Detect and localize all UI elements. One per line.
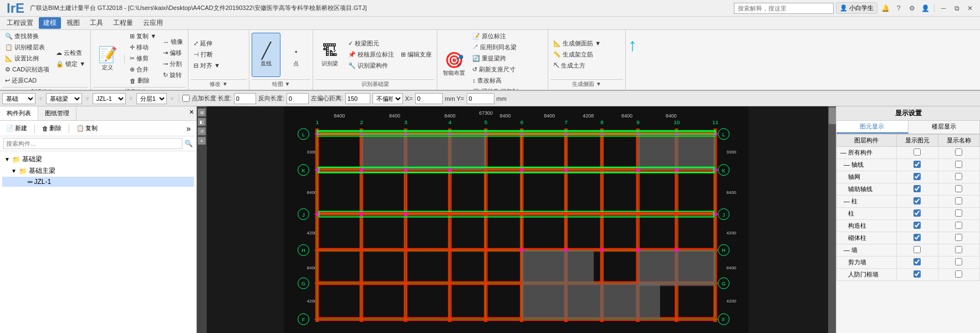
panel-close-btn[interactable]: ✕: [187, 106, 196, 120]
tab-component-list[interactable]: 构件列表: [0, 106, 38, 120]
tree-item-main-beam[interactable]: ▼ 📁 基础主梁: [2, 165, 194, 177]
btn-edit-support[interactable]: ⊞ 编辑支座: [398, 49, 435, 60]
btn-trim[interactable]: ✂ 修剪: [127, 53, 159, 64]
cb-all-elem[interactable]: [896, 147, 938, 159]
left-offset-input[interactable]: [345, 93, 370, 104]
btn-identify-beam-part[interactable]: 🔧 识别梁构件: [345, 60, 397, 71]
btn-define[interactable]: 📝 定义: [93, 37, 122, 81]
btn-gen-frame-rebar[interactable]: 📏 生成架立筋: [550, 49, 604, 60]
label-wall-group: — 墙: [837, 244, 897, 257]
btn-extend[interactable]: ⤢ 延伸: [191, 38, 223, 49]
tool-strip-btn-4[interactable]: ≡: [198, 137, 206, 145]
btn-refresh-seat[interactable]: ↺ 刷新支座尺寸: [469, 64, 521, 75]
menu-item-gongcheng[interactable]: 工程设置: [2, 17, 38, 29]
btn-repick-span[interactable]: 🔄 重提梁跨: [469, 53, 521, 64]
btn-change-height[interactable]: ↕ 查改标高: [469, 75, 521, 86]
search-icon[interactable]: 🔍: [185, 140, 193, 147]
x-input[interactable]: [415, 93, 443, 104]
ribbon-identify-col: ✓ 校梁图元 📌 校核原位标注 🔧 识别梁构件: [345, 38, 397, 71]
btn-check-beam-elem[interactable]: ✓ 校梁图元: [345, 38, 397, 49]
reverse-length-input[interactable]: [287, 93, 309, 104]
menu-item-shitu[interactable]: 视图: [62, 17, 84, 29]
btn-merge[interactable]: ⊕ 合并: [127, 64, 159, 75]
tree-item-jzl1[interactable]: ═ JZL-1: [2, 177, 194, 187]
global-search-input[interactable]: [734, 3, 834, 14]
tab-drawing-management[interactable]: 图纸管理: [38, 106, 76, 120]
user-icon: 👤: [840, 4, 848, 12]
add-length-checkbox[interactable]: [182, 95, 190, 102]
btn-identify-floor[interactable]: 📋 识别楼层表: [2, 42, 52, 53]
tool-strip-btn-1[interactable]: ⊞: [198, 109, 206, 116]
btn-lock[interactable]: 🔒 锁定 ▼: [53, 59, 88, 69]
bell-button[interactable]: 🔔: [880, 3, 891, 14]
btn-delete-component[interactable]: 🗑 删除: [39, 123, 64, 134]
component-search-input[interactable]: [3, 138, 182, 149]
btn-set-scale[interactable]: 📐 设置比例: [2, 53, 52, 64]
cb-all-name[interactable]: [938, 147, 979, 159]
btn-rotate[interactable]: ↻ 旋转: [160, 70, 186, 80]
settings-icon-button[interactable]: ⚙: [906, 3, 917, 14]
scroll-thumb[interactable]: [829, 107, 836, 124]
btn-offset[interactable]: ⇥ 偏移: [160, 48, 186, 58]
btn-apply-same-beam[interactable]: ↗ 应用到同名梁: [469, 42, 521, 53]
scale-icon: 📐: [5, 55, 13, 62]
close-button[interactable]: ✕: [964, 3, 976, 14]
floor-select[interactable]: 分层1: [136, 93, 167, 104]
btn-find-replace[interactable]: 🔍 查找替换: [2, 31, 52, 42]
y-input[interactable]: [467, 93, 494, 104]
canvas-scrollbar[interactable]: [828, 106, 836, 333]
btn-cad-options[interactable]: ⚙ CAD识别选项: [2, 64, 52, 75]
btn-origin-annotation[interactable]: 📝 原位标注: [469, 31, 521, 42]
svg-text:K: K: [722, 168, 726, 173]
help-button[interactable]: ?: [893, 3, 904, 14]
btn-break[interactable]: ⊣ 打断: [191, 49, 223, 60]
add-length-input[interactable]: [234, 93, 256, 104]
btn-point[interactable]: · 点: [282, 33, 310, 77]
btn-gen-earthwork[interactable]: ⛏ 生成土方: [550, 60, 604, 71]
identify-group-label: 识别基础梁: [315, 79, 435, 89]
tab-element-display[interactable]: 图元显示: [836, 121, 908, 134]
label-struct-column: 构造柱: [837, 220, 897, 232]
btn-cloud-check[interactable]: ☁ 云检查: [53, 48, 88, 58]
menu-item-gongju[interactable]: 工具: [85, 17, 108, 29]
element-name-select[interactable]: JZL-1: [93, 93, 126, 104]
menu-item-jianmo[interactable]: 建模: [39, 17, 61, 29]
tool-strip-btn-3[interactable]: ↺: [198, 127, 206, 135]
btn-line[interactable]: ╱ 直线: [252, 33, 280, 77]
btn-new-component[interactable]: 📄 新建: [3, 123, 30, 134]
btn-copy-component[interactable]: 📋 复制: [74, 123, 100, 134]
tool-strip-btn-2[interactable]: ◧: [198, 118, 206, 126]
category-select[interactable]: 基础: [2, 93, 35, 104]
user-label: 小白学生: [849, 4, 874, 12]
btn-identify-beam[interactable]: 🏗 识别梁: [315, 33, 344, 77]
btn-move[interactable]: ✛ 移动: [127, 42, 159, 53]
user-button[interactable]: 👤 小白学生: [836, 2, 877, 14]
minimize-button[interactable]: ─: [938, 3, 949, 14]
menu-item-gongchengliang[interactable]: 工程量: [109, 17, 137, 29]
btn-delete[interactable]: 🗑 删除: [127, 75, 159, 86]
panel-more-btn[interactable]: »: [184, 124, 193, 133]
btn-copy[interactable]: ⊞ 复制 ▼: [127, 31, 159, 42]
offset-mode-select[interactable]: 不偏移: [372, 93, 403, 104]
tree-item-foundation-beam[interactable]: ▼ 📁 基础梁: [2, 153, 194, 165]
svg-rect-112: [638, 250, 716, 286]
btn-check-origin-annotation[interactable]: 📌 校核原位标注: [345, 49, 397, 60]
btn-copy-span-data[interactable]: 📋 梁跨数据复制: [469, 86, 521, 91]
svg-text:6: 6: [520, 119, 524, 125]
btn-smart-layout[interactable]: 🎯 智能布置: [440, 42, 468, 86]
svg-point-143: [675, 248, 678, 252]
label-column: 柱: [837, 208, 897, 220]
restore-button[interactable]: ⧉: [951, 3, 962, 14]
user-profile-button[interactable]: 👤: [920, 3, 931, 14]
identify-beam-icon: 🏗: [322, 42, 338, 60]
btn-gen-side-rebar[interactable]: 📐 生成侧面筋 ▼: [550, 38, 604, 49]
menu-item-yunyingyong[interactable]: 云应用: [139, 17, 167, 29]
beam-icon: ═: [28, 178, 33, 186]
btn-mirror[interactable]: ↔ 镜像: [160, 37, 186, 47]
element-type-select[interactable]: 基础梁: [46, 93, 82, 104]
btn-restore-cad[interactable]: ↩ 还原CAD: [2, 75, 52, 86]
tab-floor-display[interactable]: 楼层显示: [908, 121, 981, 134]
btn-align[interactable]: ⊟ 对齐 ▼: [191, 60, 223, 71]
btn-split[interactable]: ⊸ 分割: [160, 59, 186, 69]
ribbon-cad-content: 🔍 查找替换 📋 识别楼层表 📐 设置比例 ⚙ CAD识别选项 ↩ 还: [2, 31, 88, 86]
